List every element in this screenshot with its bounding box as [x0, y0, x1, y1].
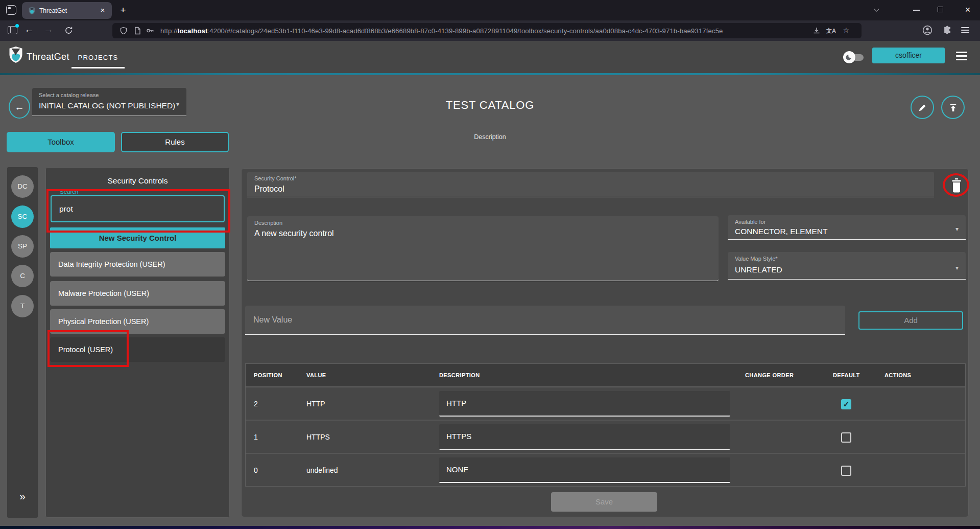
category-rail: DC SC SP C T »	[7, 167, 38, 518]
tracking-protection-shield-icon[interactable]	[119, 27, 128, 35]
app-menu-icon[interactable]	[956, 52, 967, 62]
name-field-label: Security Control*	[254, 175, 297, 181]
save-button[interactable]: Save	[551, 492, 657, 512]
value-map-style-select[interactable]: Value Map Style* UNRELATED ▾	[728, 252, 966, 280]
page-title: TEST CATALOG	[0, 99, 980, 112]
account-icon[interactable]	[922, 25, 933, 35]
new-value-input[interactable]: New Value	[245, 306, 845, 335]
cell-description-input[interactable]: HTTP	[439, 391, 730, 417]
url-text[interactable]: http://localhost:4200/#/catalogs/24ed53b…	[160, 27, 723, 35]
tab-rules[interactable]: Rules	[121, 132, 229, 152]
add-value-button[interactable]: Add	[858, 311, 963, 330]
description-field[interactable]: Description A new security control	[247, 216, 719, 281]
rail-item-c[interactable]: C	[11, 265, 34, 287]
security-control-detail-card: Security Control* Protocol Description A…	[241, 168, 969, 517]
rail-item-dc[interactable]: DC	[11, 175, 34, 198]
sidebar-toggle-icon[interactable]	[8, 26, 17, 34]
expand-rail-icon[interactable]: »	[7, 490, 38, 502]
cell-value: undefined	[306, 466, 338, 474]
page-info-icon[interactable]	[133, 27, 141, 35]
new-tab-button[interactable]: +	[116, 4, 130, 17]
window-minimize-button[interactable]	[913, 10, 920, 11]
cell-value: HTTP	[306, 400, 325, 408]
window-maximize-button[interactable]	[938, 7, 943, 12]
col-default: DEFAULT	[833, 372, 860, 378]
annotation-rect-protocol-item	[47, 330, 129, 367]
window-close-button[interactable]: ×	[961, 3, 974, 16]
app-header	[0, 41, 980, 73]
available-for-select[interactable]: Available for CONNECTOR, ELEMENT ▾	[728, 215, 966, 240]
back-icon[interactable]: ←	[22, 24, 36, 35]
table-row: 0 undefined NONE	[246, 454, 965, 487]
tab-toolbox[interactable]: Toolbox	[7, 132, 115, 152]
cell-value: HTTPS	[306, 433, 330, 441]
list-item-data-integrity-protection[interactable]: Data Integrity Protection (USER)	[50, 252, 225, 277]
tab-title: ThreatGet	[39, 7, 67, 14]
name-field-value: Protocol	[254, 185, 284, 194]
col-change-order: CHANGE ORDER	[745, 372, 794, 378]
app-brand: ThreatGet	[27, 52, 69, 62]
table-row: 1 HTTPS HTTPS	[246, 421, 965, 454]
cell-position: 1	[254, 433, 258, 441]
insecure-key-icon[interactable]	[146, 27, 154, 35]
firefox-view-icon[interactable]	[6, 5, 16, 15]
default-checkbox-unchecked[interactable]	[841, 432, 851, 443]
col-actions: ACTIONS	[885, 372, 911, 378]
list-item-malware-protection[interactable]: Malware Protection (USER)	[50, 281, 225, 306]
publish-icon	[948, 103, 958, 112]
annotation-circle-delete	[943, 173, 969, 197]
url-host: localhost	[178, 27, 208, 35]
panel-title: Security Controls	[46, 176, 229, 186]
col-value: VALUE	[306, 372, 326, 378]
default-checkbox-unchecked[interactable]	[841, 466, 851, 476]
annotation-rect-search	[46, 189, 230, 233]
tab-close-icon[interactable]: ×	[98, 5, 108, 15]
forward-icon: →	[42, 24, 55, 35]
available-for-label: Available for	[735, 219, 766, 225]
save-to-device-icon[interactable]	[812, 27, 821, 35]
threatget-logo-icon	[8, 46, 23, 63]
default-checkbox-checked[interactable]: ✓	[841, 399, 851, 409]
pencil-icon	[918, 103, 927, 112]
values-table: POSITION VALUE DESCRIPTION CHANGE ORDER …	[245, 363, 966, 487]
new-value-placeholder: New Value	[253, 315, 292, 325]
available-for-value: CONNECTOR, ELEMENT	[735, 227, 827, 236]
value-map-style-label: Value Map Style*	[735, 256, 778, 262]
url-protocol: http://	[160, 27, 178, 35]
cell-position: 2	[254, 400, 258, 408]
theme-toggle[interactable]	[843, 51, 865, 63]
url-bar[interactable]: http://localhost:4200/#/catalogs/24ed53b…	[112, 23, 862, 38]
user-button[interactable]: csofficer	[872, 48, 945, 63]
table-row: 2 HTTP HTTP ✓	[246, 387, 965, 421]
browser-tab-bar: ThreatGet × + ×	[0, 0, 980, 20]
rail-item-sp[interactable]: SP	[11, 235, 34, 258]
col-description: DESCRIPTION	[439, 372, 480, 378]
cell-description-input[interactable]: HTTPS	[439, 424, 730, 450]
publish-catalog-button[interactable]	[941, 96, 965, 119]
value-map-style-value: UNRELATED	[735, 265, 782, 274]
cell-description-input[interactable]: NONE	[439, 457, 730, 483]
moon-icon	[843, 51, 855, 63]
browser-tab[interactable]: ThreatGet ×	[22, 2, 112, 19]
browser-window: ThreatGet × + × ← → http://localhost:420…	[0, 0, 980, 529]
col-position: POSITION	[254, 372, 282, 378]
header-accent-line	[0, 73, 980, 75]
security-control-name-field[interactable]: Security Control* Protocol	[247, 172, 934, 197]
edit-catalog-button[interactable]	[911, 96, 934, 119]
rail-item-sc-active[interactable]: SC	[11, 205, 34, 228]
reload-icon[interactable]	[64, 26, 73, 35]
translate-icon[interactable]: 文A	[826, 27, 836, 35]
chevron-down-icon: ▾	[955, 264, 959, 271]
values-table-header: POSITION VALUE DESCRIPTION CHANGE ORDER …	[246, 364, 965, 387]
browser-menu-icon[interactable]	[961, 27, 969, 34]
description-field-value: A new security control	[254, 229, 334, 238]
tab-favicon-icon	[28, 7, 36, 15]
cell-position: 0	[254, 466, 258, 474]
extensions-icon[interactable]	[942, 25, 952, 35]
taskbar-strip	[0, 526, 980, 529]
url-path: :4200/#/catalogs/24ed53b1-f110-46e3-99d8…	[208, 27, 723, 35]
nav-projects-tab[interactable]: PROJECTS	[71, 52, 125, 68]
list-all-tabs-icon[interactable]	[874, 7, 879, 12]
bookmark-star-icon[interactable]: ☆	[843, 26, 849, 34]
rail-item-t[interactable]: T	[11, 295, 34, 317]
